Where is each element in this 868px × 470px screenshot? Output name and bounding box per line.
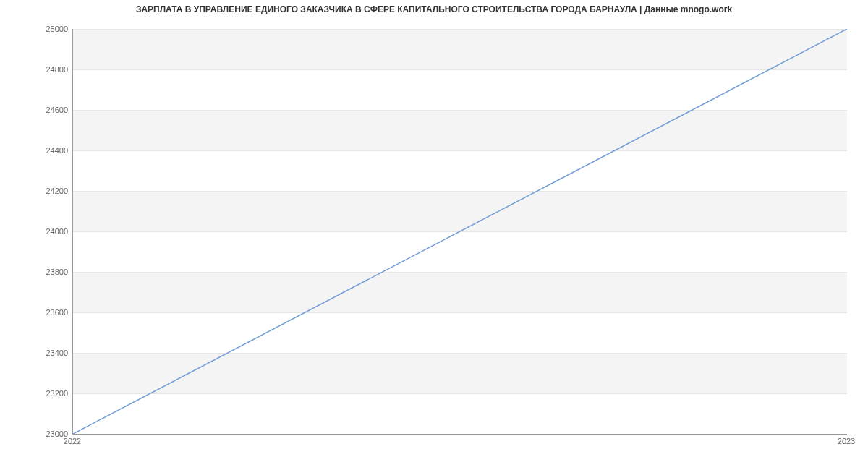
x-tick-label: 2022 bbox=[64, 437, 81, 445]
y-tick-label: 23800 bbox=[3, 268, 68, 276]
y-tick-label: 25000 bbox=[3, 25, 68, 33]
y-tick-label: 24000 bbox=[3, 227, 68, 236]
y-tick-label: 23400 bbox=[3, 349, 68, 357]
plot-area bbox=[72, 29, 847, 435]
y-tick-label: 24600 bbox=[3, 106, 68, 114]
chart-svg bbox=[73, 29, 847, 434]
y-tick-label: 23200 bbox=[3, 389, 68, 398]
y-tick-label: 24800 bbox=[3, 65, 68, 74]
y-tick-label: 23000 bbox=[3, 430, 68, 438]
chart-title: ЗАРПЛАТА В УПРАВЛЕНИЕ ЕДИНОГО ЗАКАЗЧИКА … bbox=[0, 4, 868, 14]
x-tick-label: 2023 bbox=[838, 437, 855, 445]
y-tick-label: 24400 bbox=[3, 146, 68, 155]
series-line bbox=[73, 29, 847, 434]
y-tick-label: 24200 bbox=[3, 187, 68, 195]
chart-container: ЗАРПЛАТА В УПРАВЛЕНИЕ ЕДИНОГО ЗАКАЗЧИКА … bbox=[0, 0, 868, 470]
y-tick-label: 23600 bbox=[3, 308, 68, 317]
